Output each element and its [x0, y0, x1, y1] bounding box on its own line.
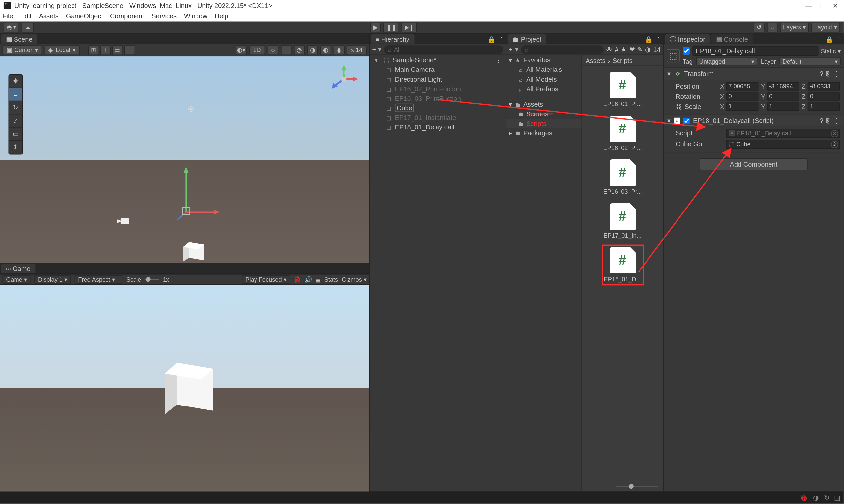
- add-component-button[interactable]: Add Component: [700, 158, 808, 170]
- move-tool[interactable]: ↔: [9, 88, 22, 102]
- vsync-icon[interactable]: ▤: [315, 276, 321, 283]
- scale-y-field[interactable]: 1: [767, 102, 799, 110]
- component-menu[interactable]: ⋮: [833, 70, 840, 78]
- fav-all-models[interactable]: ⌕All Models: [506, 74, 582, 84]
- hierarchy-item-ep18-01[interactable]: ◻EP18_01_Delay call: [369, 122, 506, 132]
- menu-file[interactable]: File: [2, 13, 13, 20]
- scale-tool[interactable]: ⤢: [9, 115, 22, 128]
- foldout-icon[interactable]: ▾: [667, 70, 671, 78]
- rotation-z-field[interactable]: 0: [808, 92, 840, 100]
- scene-fx-toggle[interactable]: ◔: [294, 45, 305, 55]
- scale-z-field[interactable]: 1: [808, 102, 840, 110]
- project-icon-size-slider[interactable]: [582, 481, 663, 492]
- main-camera-icon[interactable]: [117, 217, 130, 225]
- scene-cube-object[interactable]: [180, 236, 210, 263]
- inspector-panel-menu[interactable]: ⋮: [836, 36, 842, 44]
- component-enabled-checkbox[interactable]: [684, 117, 690, 124]
- snap-settings[interactable]: ☰: [112, 45, 123, 55]
- project-create-button[interactable]: +: [509, 46, 513, 53]
- window-maximize-button[interactable]: □: [817, 1, 827, 10]
- tab-project[interactable]: 🖿Project: [508, 34, 546, 44]
- foldout-icon[interactable]: ▾: [667, 116, 671, 125]
- tab-hierarchy[interactable]: ≡Hierarchy: [371, 34, 414, 44]
- step-button[interactable]: ▶❙: [401, 22, 417, 32]
- undo-history-button[interactable]: ↺: [754, 22, 764, 32]
- game-panel-menu[interactable]: ⋮: [358, 266, 368, 273]
- project-favorites[interactable]: ▾★Favorites: [506, 55, 582, 65]
- cloud-button[interactable]: ☁: [22, 22, 34, 32]
- project-assets-folder[interactable]: ▾🖿Assets: [506, 100, 582, 109]
- hierarchy-item-cube[interactable]: ◻Cube: [369, 103, 506, 113]
- gizmos-dropdown[interactable]: Gizmos ▾: [342, 276, 367, 283]
- rect-tool[interactable]: ▭: [9, 128, 22, 141]
- mute-icon[interactable]: 🐞: [294, 276, 301, 283]
- tab-scene[interactable]: ▦Scene: [1, 34, 38, 44]
- status-build-icon[interactable]: ◑: [813, 494, 819, 502]
- grid-toggle[interactable]: ⊞: [88, 45, 99, 55]
- component-menu[interactable]: ⋮: [833, 116, 840, 125]
- help-icon[interactable]: ?: [820, 70, 823, 77]
- menu-services[interactable]: Services: [151, 13, 177, 20]
- layer-dropdown[interactable]: Default▾: [779, 57, 841, 65]
- hierarchy-lock-icon[interactable]: 🔒: [487, 36, 496, 44]
- hierarchy-item-ep16-03[interactable]: ◻EP16_03_PrintFuction: [369, 93, 506, 103]
- menu-gameobject[interactable]: GameObject: [66, 13, 103, 20]
- project-scripts-folder[interactable]: 🖿Scripts: [506, 119, 582, 128]
- hierarchy-search[interactable]: ⌕All: [384, 45, 503, 53]
- proj-hidden-icon[interactable]: ◑: [645, 46, 651, 53]
- hand-tool[interactable]: ✥: [9, 75, 22, 88]
- display-dropdown[interactable]: Display 1▾: [34, 275, 71, 283]
- script-asset-ep16-02[interactable]: #EP16_02_Pr...: [598, 115, 647, 151]
- cubego-object-field[interactable]: ⬚ Cube ⊙: [726, 139, 840, 148]
- fav-all-materials[interactable]: ⌕All Materials: [506, 65, 582, 74]
- stats-button[interactable]: Stats: [324, 276, 338, 283]
- object-picker-icon[interactable]: ⊙: [831, 141, 839, 148]
- menu-help[interactable]: Help: [214, 13, 228, 20]
- script-asset-ep18-01[interactable]: #EP18_01_D...: [598, 247, 647, 282]
- foldout-icon[interactable]: ▾: [375, 56, 380, 64]
- scene-audio-toggle[interactable]: +: [281, 45, 292, 55]
- gameobject-name-field[interactable]: EP18_01_Delay call: [692, 46, 818, 56]
- proj-edit-icon[interactable]: ✎: [637, 46, 642, 53]
- scene-camera-dropdown[interactable]: ◐: [321, 45, 331, 55]
- hierarchy-create-button[interactable]: +: [372, 46, 376, 53]
- tab-game[interactable]: ∞Game: [1, 264, 35, 273]
- hidden-objects-count[interactable]: ⦸14: [347, 45, 367, 55]
- position-z-field[interactable]: -8.0333: [808, 82, 840, 90]
- breadcrumb-scripts[interactable]: Scripts: [613, 57, 633, 64]
- snap-increment[interactable]: ≡: [124, 45, 135, 55]
- orientation-gizmo[interactable]: y x: [329, 65, 358, 93]
- project-packages-folder[interactable]: ▸🖿Packages: [506, 128, 582, 138]
- preset-icon[interactable]: ⎘: [826, 117, 830, 124]
- global-search-button[interactable]: ⌕: [767, 22, 778, 32]
- project-lock-icon[interactable]: 🔒: [644, 36, 653, 44]
- object-picker-icon[interactable]: ⊙: [831, 130, 839, 137]
- hierarchy-item-directional-light[interactable]: ◻Directional Light: [369, 74, 506, 84]
- scene-light-toggle[interactable]: ☼: [268, 45, 278, 55]
- menu-component[interactable]: Component: [110, 13, 144, 20]
- rotation-x-field[interactable]: 0: [726, 92, 758, 100]
- rotate-tool[interactable]: ↻: [9, 102, 22, 115]
- proj-save-icon[interactable]: ❤: [630, 46, 635, 53]
- gameobject-active-checkbox[interactable]: [683, 48, 690, 55]
- status-compile-icon[interactable]: ↻: [824, 494, 829, 502]
- transform-tool[interactable]: ✳: [9, 141, 22, 154]
- preset-icon[interactable]: ⎘: [826, 70, 830, 77]
- hierarchy-item-ep17-01[interactable]: ◻EP17_01_Instantiate: [369, 113, 506, 122]
- position-y-field[interactable]: -3.16994: [767, 82, 799, 90]
- pause-button[interactable]: ❚❚: [383, 22, 399, 32]
- constrain-scale-icon[interactable]: ⛓: [675, 103, 682, 110]
- move-gizmo[interactable]: [174, 164, 222, 224]
- breadcrumb-assets[interactable]: Assets: [586, 57, 605, 64]
- game-view-dropdown[interactable]: Game▾: [2, 275, 31, 283]
- tab-console[interactable]: ▤Console: [711, 34, 753, 44]
- shading-mode-dropdown[interactable]: ◐▾: [236, 45, 247, 55]
- tab-inspector[interactable]: ⓘInspector: [665, 34, 710, 44]
- hierarchy-item-main-camera[interactable]: ◻Main Camera: [369, 65, 506, 74]
- tag-dropdown[interactable]: Untagged▾: [696, 57, 757, 65]
- play-focused-dropdown[interactable]: Play Focused▾: [242, 275, 290, 283]
- hierarchy-item-ep16-02[interactable]: ◻EP16_02_PrintFuction: [369, 84, 506, 93]
- script-object-field[interactable]: # EP18_01_Delay call ⊙: [726, 128, 840, 137]
- 2d-toggle[interactable]: 2D: [249, 45, 265, 55]
- layout-dropdown[interactable]: Layout▾: [811, 22, 840, 32]
